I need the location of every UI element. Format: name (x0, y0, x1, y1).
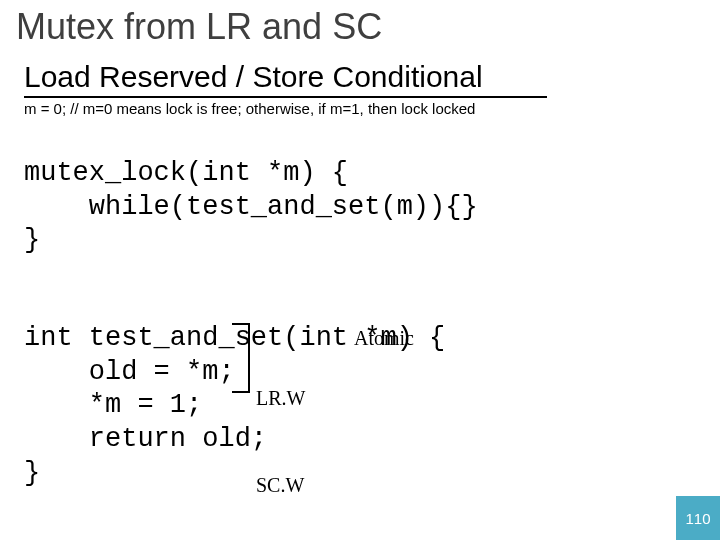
code-line: *m = 1; (24, 390, 202, 420)
slide-title: Mutex from LR and SC (16, 6, 706, 48)
annotation-lrw: LR.W (256, 384, 305, 413)
code-line: while(test_and_set(m)){} (24, 192, 478, 222)
code-line: return old; (24, 424, 267, 454)
code-line: } (24, 225, 40, 255)
code-line: old = *m; (24, 357, 235, 387)
slide-content: Mutex from LR and SC Load Reserved / Sto… (0, 0, 720, 540)
code-block-mutex-lock: mutex_lock(int *m) { while(test_and_set(… (24, 123, 706, 258)
code-line: } (24, 458, 40, 488)
code-block-test-and-set: int test_and_set(int *m) { old = *m; *m … (24, 288, 706, 540)
instruction-annotation: LR.W SC.W (256, 326, 305, 540)
page-number-badge: 110 (676, 496, 720, 540)
code-line: mutex_lock(int *m) { (24, 158, 348, 188)
code-comment: m = 0; // m=0 means lock is free; otherw… (24, 100, 706, 117)
bracket-annotation (232, 323, 250, 393)
subtitle-underline (24, 96, 547, 98)
slide-subtitle: Load Reserved / Store Conditional (24, 60, 706, 94)
annotation-scw: SC.W (256, 471, 305, 500)
atomic-annotation: Atomic (354, 326, 414, 351)
